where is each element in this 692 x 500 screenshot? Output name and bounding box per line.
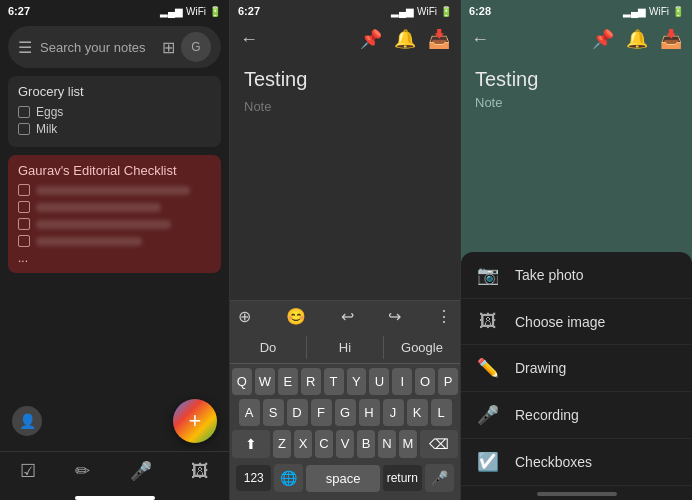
key-i[interactable]: I: [392, 368, 412, 395]
emoji-icon[interactable]: 😊: [286, 307, 306, 326]
editorial-checklist-title: Gaurav's Editorial Checklist: [18, 163, 211, 178]
editorial-checklist-card[interactable]: Gaurav's Editorial Checklist ...: [8, 155, 221, 273]
key-k[interactable]: K: [407, 399, 428, 426]
battery-icon: 🔋: [209, 6, 221, 17]
key-y[interactable]: Y: [347, 368, 367, 395]
key-w[interactable]: W: [255, 368, 275, 395]
key-a[interactable]: A: [239, 399, 260, 426]
pencil-nav-icon[interactable]: ✏: [75, 460, 90, 482]
pin-icon-3[interactable]: 📌: [592, 28, 614, 50]
signal-icon: ▂▄▆: [160, 6, 183, 17]
key-backspace[interactable]: ⌫: [420, 430, 458, 458]
key-e[interactable]: E: [278, 368, 298, 395]
checkbox-milk[interactable]: [18, 123, 30, 135]
menu-item-choose-image[interactable]: 🖼 Choose image: [461, 299, 692, 345]
keyboard-suggestions: Do Hi Google: [230, 332, 460, 364]
keyboard-toolbar: ⊕ 😊 ↩ ↪ ⋮: [230, 300, 460, 332]
pin-icon[interactable]: 📌: [360, 28, 382, 50]
key-shift[interactable]: ⬆: [232, 430, 270, 458]
user-avatar[interactable]: G: [181, 32, 211, 62]
key-t[interactable]: T: [324, 368, 344, 395]
battery-icon-3: 🔋: [672, 6, 684, 17]
key-g[interactable]: G: [335, 399, 356, 426]
footer-avatar[interactable]: 👤: [12, 406, 42, 436]
suggestion-do[interactable]: Do: [230, 336, 307, 359]
mic-nav-icon[interactable]: 🎤: [130, 460, 152, 482]
key-n[interactable]: N: [378, 430, 396, 458]
note-title-2: Testing: [244, 68, 446, 91]
keyboard-keys: Q W E R T Y U I O P A S D F G H J K L ⬆ …: [230, 364, 460, 500]
signal-icon-2: ▂▄▆: [391, 6, 414, 17]
grocery-list-card[interactable]: Grocery list Eggs Milk: [8, 76, 221, 147]
archive-icon-3[interactable]: 📥: [660, 28, 682, 50]
home-bar-1: [75, 496, 155, 500]
status-icons-2: ▂▄▆ WiFi 🔋: [391, 6, 452, 17]
drawing-icon: ✏️: [477, 357, 499, 379]
blurred-content: [18, 184, 211, 247]
note-toolbar-3: ← 📌 🔔 📥: [461, 22, 692, 56]
note-toolbar-2: ← 📌 🔔 📥: [230, 22, 460, 56]
dots-label: ...: [18, 251, 211, 265]
panel-1-footer: 👤 +: [0, 391, 229, 451]
key-s[interactable]: S: [263, 399, 284, 426]
note-placeholder-2: Note: [244, 99, 446, 114]
kb-row-3: ⬆ Z X C V B N M ⌫: [232, 430, 458, 458]
eggs-label: Eggs: [36, 105, 63, 119]
image-nav-icon[interactable]: 🖼: [191, 461, 209, 482]
back-icon[interactable]: ←: [240, 29, 258, 50]
choose-image-label: Choose image: [515, 314, 605, 330]
key-p[interactable]: P: [438, 368, 458, 395]
key-j[interactable]: J: [383, 399, 404, 426]
key-globe[interactable]: 🌐: [274, 464, 303, 492]
key-return[interactable]: return: [383, 465, 422, 491]
grid-icon[interactable]: ⊞: [162, 38, 175, 57]
time-1: 6:27: [8, 5, 30, 17]
key-x[interactable]: X: [294, 430, 312, 458]
key-b[interactable]: B: [357, 430, 375, 458]
reminder-icon[interactable]: 🔔: [394, 28, 416, 50]
key-u[interactable]: U: [369, 368, 389, 395]
redo-icon[interactable]: ↪: [388, 307, 401, 326]
key-c[interactable]: C: [315, 430, 333, 458]
key-l[interactable]: L: [431, 399, 452, 426]
panel-notes-list: 6:27 ▂▄▆ WiFi 🔋 ☰ Search your notes ⊞ G …: [0, 0, 230, 500]
checkbox-eggs[interactable]: [18, 106, 30, 118]
menu-item-take-photo[interactable]: 📷 Take photo: [461, 252, 692, 299]
add-item-icon[interactable]: ⊕: [238, 307, 251, 326]
key-m[interactable]: M: [399, 430, 417, 458]
key-f[interactable]: F: [311, 399, 332, 426]
key-123[interactable]: 123: [236, 465, 271, 491]
key-o[interactable]: O: [415, 368, 435, 395]
checklist-nav-icon[interactable]: ☑: [20, 460, 36, 482]
panel-note-edit: 6:27 ▂▄▆ WiFi 🔋 ← 📌 🔔 📥 Testing Note ⊕ 😊…: [230, 0, 461, 500]
key-space[interactable]: space: [306, 465, 379, 492]
undo-icon[interactable]: ↩: [341, 307, 354, 326]
suggestion-hi[interactable]: Hi: [307, 336, 384, 359]
key-h[interactable]: H: [359, 399, 380, 426]
search-right-icons: ⊞ G: [162, 32, 211, 62]
hamburger-icon[interactable]: ☰: [18, 38, 32, 57]
key-z[interactable]: Z: [273, 430, 291, 458]
grocery-list-title: Grocery list: [18, 84, 211, 99]
note-content-2[interactable]: Testing Note: [230, 56, 460, 300]
more-icon[interactable]: ⋮: [436, 307, 452, 326]
reminder-icon-3[interactable]: 🔔: [626, 28, 648, 50]
toolbar-right: 📌 🔔 📥: [360, 28, 450, 50]
menu-item-checkboxes[interactable]: ☑️ Checkboxes: [461, 439, 692, 486]
key-r[interactable]: R: [301, 368, 321, 395]
search-bar[interactable]: ☰ Search your notes ⊞ G: [8, 26, 221, 68]
menu-item-drawing[interactable]: ✏️ Drawing: [461, 345, 692, 392]
back-icon-3[interactable]: ←: [471, 29, 489, 50]
key-v[interactable]: V: [336, 430, 354, 458]
bottom-nav-1: ☑ ✏ 🎤 🖼: [0, 451, 229, 492]
key-q[interactable]: Q: [232, 368, 252, 395]
wifi-icon-3: WiFi: [649, 6, 669, 17]
status-bar-3: 6:28 ▂▄▆ WiFi 🔋: [461, 0, 692, 22]
new-note-fab[interactable]: +: [173, 399, 217, 443]
key-mic[interactable]: 🎤: [425, 464, 454, 492]
menu-item-recording[interactable]: 🎤 Recording: [461, 392, 692, 439]
archive-icon[interactable]: 📥: [428, 28, 450, 50]
suggestion-google[interactable]: Google: [384, 336, 460, 359]
grocery-item-milk: Milk: [18, 122, 211, 136]
key-d[interactable]: D: [287, 399, 308, 426]
